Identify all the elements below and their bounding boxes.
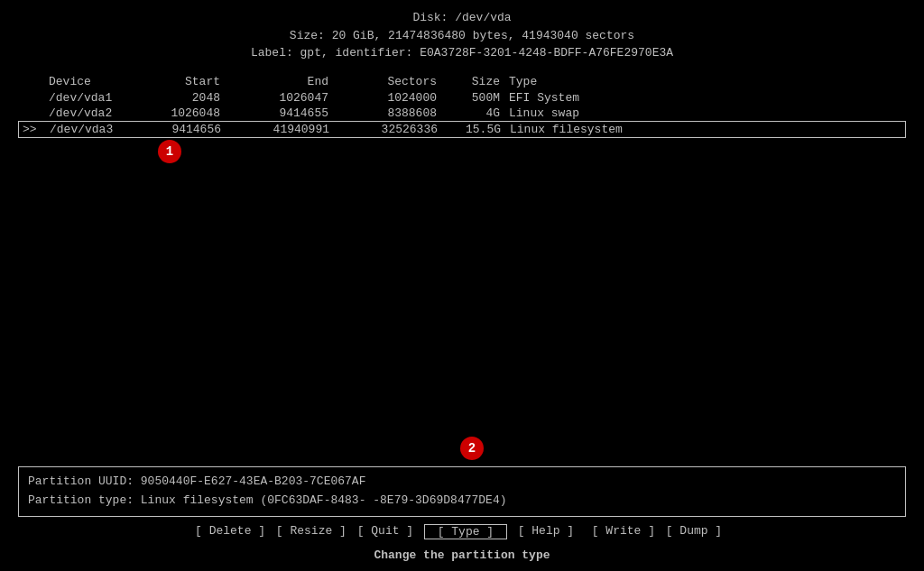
row-start-2: 1026048 (130, 106, 238, 120)
row-sectors-3: 32526336 (347, 123, 456, 136)
row-indicator-3: >> (23, 123, 50, 136)
row-start-1: 2048 (130, 91, 238, 105)
table-row[interactable]: /dev/vda2 1026048 9414655 8388608 4G Lin… (18, 106, 906, 121)
row-device-3: /dev/vda3 (50, 123, 131, 136)
row-device-2: /dev/vda2 (49, 106, 130, 120)
col-header-end: End (238, 75, 346, 88)
menu-quit[interactable]: [ Quit ] (350, 524, 420, 539)
disk-header: Disk: /dev/vda Size: 20 GiB, 21474836480… (0, 9, 924, 62)
disk-label: Label: gpt, identifier: E0A3728F-3201-42… (0, 44, 924, 62)
row-type-3: Linux filesystem (510, 123, 901, 136)
annotation-badge-1: 1 (158, 140, 181, 163)
menu-help[interactable]: [ Help ] (511, 524, 581, 539)
terminal-screen: Disk: /dev/vda Size: 20 GiB, 21474836480… (0, 0, 924, 571)
row-start-3: 9414656 (131, 123, 239, 136)
partition-type: Partition type: Linux filesystem (0FC63D… (28, 492, 896, 511)
annotation-badge-2: 2 (460, 437, 484, 460)
row-end-2: 9414655 (238, 106, 346, 120)
table-row[interactable]: /dev/vda1 2048 1026047 1024000 500M EFI … (18, 90, 906, 106)
menu-resize[interactable]: [ Resize ] (269, 524, 346, 539)
menu-bar: [ Delete ] [ Resize ] [ Quit ] [ Type ] … (0, 524, 924, 539)
partition-uuid: Partition UUID: 9050440F-E627-43EA-B203-… (28, 473, 896, 492)
row-sectors-2: 8388608 (346, 106, 455, 120)
menu-dump[interactable]: [ Dump ] (659, 524, 729, 539)
col-header-size: Size (455, 75, 509, 88)
col-header-type: Type (509, 75, 902, 88)
row-type-2: Linux swap (509, 106, 902, 120)
menu-delete[interactable]: [ Delete ] (195, 524, 265, 539)
row-device-1: /dev/vda1 (49, 91, 130, 105)
disk-title: Disk: /dev/vda (0, 9, 924, 27)
row-type-1: EFI System (509, 91, 902, 105)
row-sectors-1: 1024000 (346, 91, 455, 105)
row-size-1: 500M (455, 91, 509, 105)
menu-write[interactable]: [ Write ] (585, 524, 655, 539)
menu-type[interactable]: [ Type ] (424, 524, 507, 539)
col-header-sectors: Sectors (346, 75, 455, 88)
row-size-3: 15.5G (456, 123, 510, 136)
col-header-device: Device (22, 75, 130, 88)
partition-info-panel: Partition UUID: 9050440F-E627-43EA-B203-… (18, 466, 906, 517)
table-header-row: Device Start End Sectors Size Type (18, 75, 906, 88)
row-end-3: 41940991 (239, 123, 347, 136)
status-bar: Change the partition type (0, 548, 924, 562)
row-end-1: 1026047 (238, 91, 346, 105)
disk-size: Size: 20 GiB, 21474836480 bytes, 4194304… (0, 27, 924, 45)
partition-table: Device Start End Sectors Size Type /dev/… (18, 75, 906, 138)
selected-row[interactable]: >> /dev/vda3 9414656 41940991 32526336 1… (18, 121, 906, 138)
col-header-start: Start (130, 75, 238, 88)
row-size-2: 4G (455, 106, 509, 120)
